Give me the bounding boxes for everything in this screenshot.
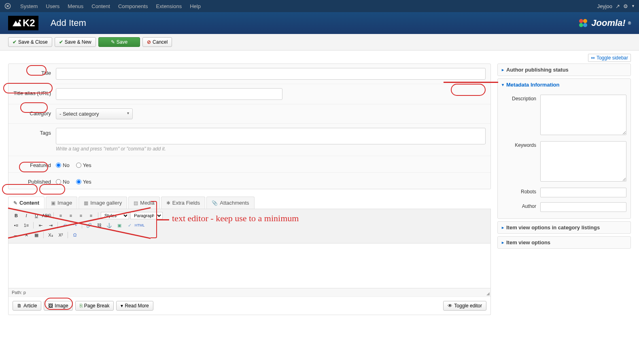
table-button[interactable]: ▦ [32,231,41,239]
featured-no[interactable]: No [56,162,70,168]
panel-publishing-header[interactable]: ▸Author publishing status [498,64,631,76]
ul-button[interactable]: •≡ [12,221,21,229]
nav-users[interactable]: Users [42,3,64,9]
tags-input[interactable] [56,128,486,144]
arrows-icon: ⇔ [591,55,595,61]
clip-icon: 📎 [212,200,218,206]
meta-keywords-label: Keywords [502,141,540,148]
save-close-button[interactable]: ✔Save & Close [8,37,52,47]
char-button[interactable]: Ω [70,231,79,239]
read-more-button[interactable]: ▾Read More [116,301,153,311]
link-button[interactable]: 🔗 [85,221,93,229]
editor-path: Path: p◢ [8,288,490,296]
save-button[interactable]: ✎ Save [98,37,140,47]
title-input[interactable] [56,68,486,80]
panel-publishing: ▸Author publishing status [497,63,631,76]
image-icon: ▣ [51,200,55,206]
chevron-down-icon: ▾ [502,83,504,87]
removeformat-button[interactable]: ✕ [22,231,31,239]
meta-keywords-input[interactable] [540,141,626,182]
meta-robots-input[interactable] [540,188,626,197]
bold-button[interactable]: B [12,212,21,220]
cancel-button[interactable]: ⊘Cancel [142,37,172,47]
toggle-editor-button[interactable]: 👁Toggle editor [443,301,486,311]
outdent-button[interactable]: ⇤ [36,221,45,229]
save-new-button[interactable]: ✔Save & New [55,37,96,47]
insert-article-button[interactable]: 🗎Article [13,301,41,311]
nav-help[interactable]: Help [186,3,205,9]
align-justify-button[interactable]: ≡ [87,212,96,220]
toolbar: ✔Save & Close ✔Save & New ✎ Save ⊘Cancel [0,34,639,51]
svg-point-6 [579,23,583,27]
tags-text[interactable] [59,131,140,142]
html-button[interactable]: HTML [135,221,144,229]
styles-select[interactable]: Styles [101,212,129,219]
ol-button[interactable]: 1≡ [22,221,31,229]
align-right-button[interactable]: ≡ [76,212,85,220]
published-label: Published [13,177,56,185]
panel-view-header[interactable]: ▸Item view options [498,237,631,248]
nav-menus[interactable]: Menus [64,3,87,9]
external-icon[interactable]: ↗ [616,3,620,9]
published-yes[interactable]: Yes [76,179,91,185]
editor-textarea[interactable] [8,243,490,288]
panel-metadata-header[interactable]: ▾Metadata Information [498,79,631,91]
sub-button[interactable]: X₂ [46,231,55,239]
page-title: Add Item [51,18,86,28]
redo-button[interactable]: ↷ [70,221,79,229]
indent-button[interactable]: ⇥ [46,221,55,229]
cancel-icon: ⊘ [147,39,151,45]
check-icon: ✔ [59,39,63,45]
nav-system[interactable]: System [16,3,42,9]
tab-media[interactable]: ▤Media [128,197,159,209]
nav-components[interactable]: Components [114,3,152,9]
underline-button[interactable]: U [32,212,41,220]
tags-help: Write a tag and press "return" or "comma… [56,146,486,152]
toggle-sidebar[interactable]: ⇔Toggle sidebar [588,54,631,62]
category-select[interactable]: - Select category [56,108,133,119]
eye-icon: 👁 [448,303,452,309]
format-select[interactable]: Paragraph [130,212,163,219]
tab-gallery[interactable]: ▦Image gallery [79,197,127,209]
tab-content[interactable]: ✎Content [8,197,45,209]
meta-description-input[interactable] [540,95,626,135]
svg-point-3 [19,20,21,22]
featured-label: Featured [13,160,56,168]
image-button[interactable]: ▣ [115,221,124,229]
alias-input[interactable] [56,88,282,100]
published-no[interactable]: No [56,179,70,185]
meta-description-label: Description [502,95,540,102]
insert-image-button[interactable]: 🖼Image [44,301,72,311]
nav-extensions[interactable]: Extensions [152,3,186,9]
featured-yes[interactable]: Yes [76,162,91,168]
meta-robots-label: Robots [502,188,540,195]
tab-extra[interactable]: ✱Extra Fields [161,197,206,209]
italic-button[interactable]: I [22,212,31,220]
resize-handle[interactable]: ◢ [486,291,490,296]
sup-button[interactable]: X² [56,231,65,239]
undo-button[interactable]: ↶ [60,221,69,229]
tab-attachments[interactable]: 📎Attachments [206,197,254,209]
panel-view-cat-header[interactable]: ▸Item view options in category listings [498,222,631,233]
unlink-button[interactable]: ⛓ [95,221,104,229]
k2-logo: K2 [8,16,38,30]
media-icon: ▤ [134,200,138,206]
hr-button[interactable]: — [12,231,21,239]
doc-icon: 🗎 [17,303,22,309]
meta-author-input[interactable] [540,202,626,212]
nav-content[interactable]: Content [87,3,114,9]
editor: B I U ABC ≡ ≡ ≡ ≡ Styles Paragraph •≡ 1≡ [8,209,491,315]
anchor-button[interactable]: ⚓ [105,221,114,229]
alias-label: Title alias (URL) [13,88,56,96]
caret-down-icon[interactable]: ▼ [631,4,635,8]
panel-view: ▸Item view options [497,236,631,249]
clean-button[interactable]: ✓ [125,221,134,229]
brand-text: Joomla! [591,18,625,28]
align-left-button[interactable]: ≡ [56,212,65,220]
align-center-button[interactable]: ≡ [66,212,75,220]
tab-image[interactable]: ▣Image [46,197,77,209]
user-name[interactable]: Jeyjoo [597,3,613,9]
strike-button[interactable]: ABC [42,212,51,220]
gear-icon[interactable]: ⚙ [623,3,628,9]
page-break-button[interactable]: ⎘Page Break [75,301,114,311]
